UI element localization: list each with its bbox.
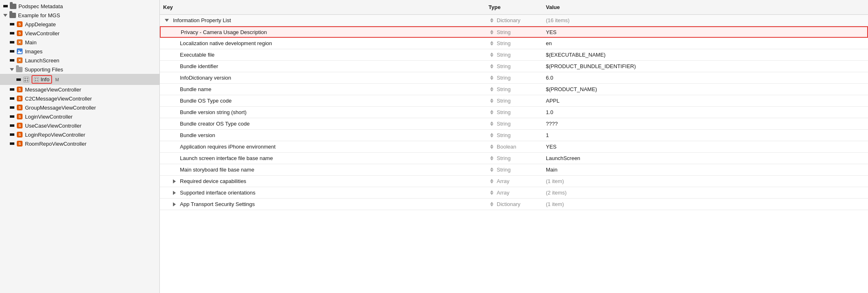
key-label: Supported interface orientations bbox=[180, 190, 255, 196]
type-cell: String bbox=[485, 62, 543, 71]
sidebar-item-room-repo-view-controller[interactable]: SRoomRepoViewController bbox=[0, 139, 159, 148]
key-label: Executable file bbox=[180, 52, 215, 58]
value-label: YES bbox=[546, 29, 557, 35]
key-label: Bundle name bbox=[180, 86, 211, 92]
table-row-localization[interactable]: Localization native development regionSt… bbox=[160, 38, 868, 49]
key-cell: InfoDictionary version bbox=[160, 73, 485, 82]
table-row-app-requires-iphone[interactable]: Application requires iPhone environmentB… bbox=[160, 141, 868, 153]
sidebar-item-label: LoginRepoViewController bbox=[25, 132, 156, 138]
table-row-app-transport-security[interactable]: App Transport Security SettingsDictionar… bbox=[160, 199, 868, 210]
sidebar-item-label: AppDelegate bbox=[25, 21, 156, 27]
table-row-info-dictionary-version[interactable]: InfoDictionary versionString6.0 bbox=[160, 72, 868, 84]
type-cell: Boolean bbox=[485, 142, 543, 151]
type-cell: Dictionary bbox=[485, 199, 543, 209]
type-cell: String bbox=[485, 85, 543, 94]
sidebar-item-label: Main bbox=[25, 39, 156, 46]
value-cell: (1 item) bbox=[543, 176, 868, 186]
sidebar-item-images[interactable]: Images bbox=[0, 47, 159, 56]
type-label: String bbox=[497, 75, 511, 81]
swift-icon: S bbox=[16, 131, 23, 138]
key-label: Required device capabilities bbox=[180, 178, 246, 184]
sidebar-item-view-controller[interactable]: SViewController bbox=[0, 29, 159, 38]
type-label: String bbox=[497, 40, 511, 46]
sidebar-item-login-repo-view-controller[interactable]: SLoginRepoViewController bbox=[0, 130, 159, 139]
value-cell: (1 item) bbox=[543, 199, 868, 209]
key-label: Launch screen interface file base name bbox=[180, 155, 273, 161]
type-cell: Array bbox=[485, 188, 543, 197]
table-row-bundle-identifier[interactable]: Bundle identifierString$(PRODUCT_BUNDLE_… bbox=[160, 61, 868, 72]
type-cell: Dictionary bbox=[485, 16, 543, 25]
key-label: Main storyboard file base name bbox=[180, 167, 254, 173]
table-row-launch-screen[interactable]: Launch screen interface file base nameSt… bbox=[160, 153, 868, 164]
value-label: (1 item) bbox=[546, 201, 564, 207]
key-cell: Bundle identifier bbox=[160, 62, 485, 71]
row-chevron-down bbox=[165, 19, 169, 22]
table-row-bundle-name[interactable]: Bundle nameString$(PRODUCT_NAME) bbox=[160, 84, 868, 95]
value-label: en bbox=[546, 40, 552, 46]
key-cell: Main storyboard file base name bbox=[160, 165, 485, 174]
key-cell: Executable file bbox=[160, 50, 485, 60]
table-row-bundle-version[interactable]: Bundle versionString1 bbox=[160, 130, 868, 141]
value-label: (2 items) bbox=[546, 190, 567, 196]
table-row-root[interactable]: Information Property ListDictionary(16 i… bbox=[160, 15, 868, 26]
chevron-placeholder bbox=[10, 106, 14, 109]
sidebar-item-label: LaunchScreen bbox=[25, 57, 156, 64]
row-chevron-right bbox=[173, 191, 176, 195]
value-label: Main bbox=[546, 167, 557, 173]
value-label: YES bbox=[546, 144, 557, 150]
chevron-placeholder bbox=[10, 41, 14, 43]
sidebar-item-info[interactable]: Info M bbox=[0, 74, 159, 85]
key-label: Bundle identifier bbox=[180, 63, 218, 69]
sidebar-item-main[interactable]: ✕Main bbox=[0, 38, 159, 47]
value-label: 6.0 bbox=[546, 75, 553, 81]
sidebar-item-label: ViewController bbox=[25, 30, 156, 37]
table-row-supported-interface[interactable]: Supported interface orientationsArray(2 … bbox=[160, 187, 868, 199]
sidebar-item-use-case-view-controller[interactable]: SUseCaseViewController bbox=[0, 121, 159, 130]
value-cell: 6.0 bbox=[543, 73, 868, 82]
key-cell: Bundle OS Type code bbox=[160, 96, 485, 105]
sidebar-item-message-view-controller[interactable]: SMessageViewController bbox=[0, 85, 159, 94]
sort-arrows-icon bbox=[490, 76, 493, 80]
chevron-placeholder bbox=[10, 88, 14, 91]
table-row-bundle-creator-os[interactable]: Bundle creator OS Type codeString???? bbox=[160, 118, 868, 130]
swift-icon: S bbox=[16, 104, 23, 111]
sidebar-item-supporting-files[interactable]: Supporting Files bbox=[0, 65, 159, 74]
value-cell: Main bbox=[543, 165, 868, 174]
type-label: String bbox=[497, 29, 511, 35]
table-row-required-device[interactable]: Required device capabilitiesArray(1 item… bbox=[160, 176, 868, 187]
type-label: String bbox=[497, 167, 511, 173]
sidebar-item-group-message-view-controller[interactable]: SGroupMessageViewController bbox=[0, 103, 159, 112]
selected-info-label: Info bbox=[32, 75, 52, 84]
type-cell: String bbox=[485, 153, 543, 163]
table-row-bundle-os-type[interactable]: Bundle OS Type codeStringAPPL bbox=[160, 95, 868, 107]
sort-arrows-icon bbox=[490, 98, 493, 103]
value-cell: $(EXECUTABLE_NAME) bbox=[543, 50, 868, 60]
sidebar-item-login-view-controller[interactable]: SLoginViewController bbox=[0, 112, 159, 121]
table-row-main-storyboard[interactable]: Main storyboard file base nameStringMain bbox=[160, 164, 868, 176]
sidebar-item-label: RoomRepoViewController bbox=[25, 141, 156, 147]
sidebar-item-podspec-metadata[interactable]: Podspec Metadata bbox=[0, 2, 159, 11]
images-icon bbox=[16, 48, 23, 55]
key-cell: App Transport Security Settings bbox=[160, 199, 485, 209]
type-label: Dictionary bbox=[497, 201, 520, 207]
sidebar-item-example-for-mgs[interactable]: Example for MGS bbox=[0, 11, 159, 20]
sidebar-item-label: Info bbox=[41, 76, 50, 82]
type-cell: String bbox=[485, 50, 543, 60]
sidebar-item-c2c-message-view-controller[interactable]: SC2CMessageViewController bbox=[0, 94, 159, 103]
sidebar-item-launch-screen[interactable]: ✕LaunchScreen bbox=[0, 56, 159, 65]
value-label: LaunchScreen bbox=[546, 155, 580, 161]
value-cell: YES bbox=[543, 27, 867, 37]
value-cell: (16 items) bbox=[543, 16, 868, 25]
storyboard-icon: ✕ bbox=[16, 57, 23, 64]
sidebar-item-app-delegate[interactable]: SAppDelegate bbox=[0, 20, 159, 29]
swift-icon: S bbox=[16, 113, 23, 120]
key-cell: Required device capabilities bbox=[160, 176, 485, 186]
table-row-executable-file[interactable]: Executable fileString$(EXECUTABLE_NAME) bbox=[160, 49, 868, 61]
key-cell: Bundle version string (short) bbox=[160, 108, 485, 117]
table-row-bundle-version-short[interactable]: Bundle version string (short)String1.0 bbox=[160, 107, 868, 118]
chevron-placeholder bbox=[10, 59, 14, 62]
table-row-privacy-camera[interactable]: Privacy - Camera Usage DescriptionString… bbox=[160, 26, 868, 38]
swift-icon: S bbox=[16, 95, 23, 102]
sort-arrows-icon bbox=[490, 87, 493, 92]
sidebar-item-label: GroupMessageViewController bbox=[25, 105, 156, 111]
